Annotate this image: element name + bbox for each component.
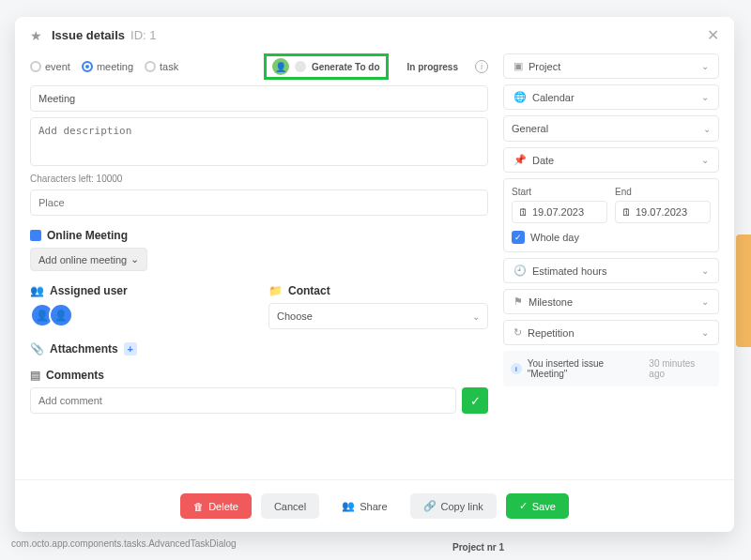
assigned-user-label: Assigned user (50, 284, 128, 297)
estimated-label: Estimated hours (532, 265, 606, 277)
issue-title-input[interactable] (30, 85, 488, 112)
calendar-label: Calendar (532, 92, 575, 103)
share-icon: 👥 (342, 500, 355, 512)
online-meeting-label: Online Meeting (47, 229, 128, 242)
add-attachment-button[interactable]: + (124, 342, 137, 356)
save-button[interactable]: ✓ Save (506, 493, 569, 519)
folder-icon: 📁 (268, 284, 283, 297)
end-date-input[interactable]: 🗓 19.07.2023 (615, 201, 711, 223)
share-button[interactable]: 👥 Share (329, 493, 400, 519)
copy-label: Copy link (441, 501, 483, 512)
calendar-icon: 🗓 (621, 206, 632, 218)
radio-icon (145, 61, 156, 72)
type-event[interactable]: event (30, 61, 70, 72)
save-label: Save (532, 501, 556, 512)
chevron-down-icon: ⌄ (701, 61, 709, 71)
clock-icon: 🕘 (513, 265, 527, 277)
date-label: Date (532, 155, 554, 166)
trash-icon: 🗑 (193, 501, 204, 512)
end-date-value: 19.07.2023 (636, 206, 687, 218)
chevron-down-icon: ⌄ (701, 296, 709, 307)
date-panel: Start 🗓 19.07.2023 End 🗓 19.07.2023 (503, 178, 719, 252)
pin-icon: 📌 (513, 154, 527, 166)
whole-day-checkbox[interactable]: ✓ (512, 231, 525, 244)
user-icon: 👥 (30, 284, 44, 297)
status-label[interactable]: In progress (407, 62, 458, 72)
generate-todo-label[interactable]: Generate To do (312, 62, 380, 72)
radio-icon (82, 61, 93, 72)
issue-type-row: event meeting task 👤 Generate To do In p… (30, 53, 488, 80)
info-icon[interactable]: i (475, 60, 488, 73)
comment-icon: ▤ (30, 369, 40, 382)
estimated-accordion[interactable]: 🕘Estimated hours ⌄ (503, 258, 719, 283)
activity-entry: i You inserted issue "Meeting" 30 minute… (503, 351, 719, 386)
generate-toggle-icon[interactable] (295, 61, 306, 72)
date-accordion[interactable]: 📌Date ⌄ (503, 147, 719, 173)
delete-button[interactable]: 🗑 Delete (180, 493, 252, 519)
delete-label: Delete (208, 501, 238, 512)
modal-header: ★ Issue details ID: 1 ✕ (15, 17, 734, 53)
contact-select-value: Choose (277, 310, 313, 322)
calendar-select-value: General (512, 123, 548, 134)
repetition-label: Repetition (528, 327, 575, 339)
assigned-user-title: 👥 Assigned user (30, 284, 250, 297)
contact-label: Contact (288, 284, 330, 297)
bot-avatar-icon: 👤 (272, 58, 289, 75)
contact-title: 📁 Contact (268, 284, 488, 297)
comment-input[interactable] (30, 387, 456, 414)
chevron-down-icon: ⌄ (130, 253, 139, 265)
project-accordion[interactable]: ▣Project ⌄ (503, 53, 719, 79)
calendar-select[interactable]: General ⌄ (503, 115, 719, 142)
generate-todo-highlight: 👤 Generate To do (264, 53, 389, 80)
background-project-title: Project nr 1 (452, 542, 504, 552)
type-meeting[interactable]: meeting (82, 61, 133, 72)
link-icon: 🔗 (423, 500, 437, 512)
background-avatar (736, 235, 751, 347)
project-icon: ▣ (513, 60, 523, 72)
milestone-accordion[interactable]: ⚑Milestone ⌄ (503, 289, 719, 314)
type-meeting-label: meeting (97, 61, 133, 72)
cancel-button[interactable]: Cancel (261, 493, 319, 519)
video-icon (30, 230, 41, 241)
comment-submit-button[interactable]: ✓ (462, 387, 488, 414)
paperclip-icon: 📎 (30, 342, 44, 356)
milestone-label: Milestone (529, 296, 573, 308)
activity-text: You inserted issue "Meeting" (528, 358, 644, 379)
calendar-accordion[interactable]: 🌐Calendar ⌄ (503, 84, 719, 110)
share-label: Share (360, 501, 387, 512)
place-input[interactable] (30, 189, 488, 216)
modal-title: Issue details (52, 28, 125, 42)
modal-footer: 🗑 Delete Cancel 👥 Share 🔗 Copy link ✓ Sa… (15, 479, 734, 532)
repetition-accordion[interactable]: ↻Repetition ⌄ (503, 320, 719, 345)
close-button[interactable]: ✕ (707, 26, 719, 44)
issue-id: ID: 1 (130, 28, 156, 42)
start-date-input[interactable]: 🗓 19.07.2023 (512, 201, 607, 223)
chevron-down-icon: ⌄ (701, 155, 709, 165)
cancel-label: Cancel (274, 501, 306, 512)
radio-icon (30, 61, 41, 72)
type-event-label: event (45, 61, 70, 72)
online-meeting-title: Online Meeting (30, 229, 488, 242)
contact-select[interactable]: Choose ⌄ (268, 303, 488, 329)
debug-classpath: com.octo.app.components.tasks.AdvancedTa… (11, 538, 237, 549)
attachments-label: Attachments (50, 342, 118, 356)
calendar-icon: 🌐 (513, 91, 527, 103)
start-date-value: 19.07.2023 (532, 206, 584, 218)
end-date-label: End (615, 187, 711, 197)
info-icon: i (511, 363, 522, 374)
star-icon[interactable]: ★ (30, 28, 42, 43)
add-online-meeting-button[interactable]: Add online meeting ⌄ (30, 248, 147, 271)
copy-link-button[interactable]: 🔗 Copy link (410, 493, 497, 519)
check-icon: ✓ (519, 500, 528, 512)
chevron-down-icon: ⌄ (701, 327, 709, 338)
characters-left: Characters left: 10000 (30, 174, 488, 184)
avatar[interactable]: 👤 (49, 303, 73, 327)
attachments-title: 📎 Attachments + (30, 342, 488, 356)
flag-icon: ⚑ (513, 295, 523, 308)
whole-day-label: Whole day (530, 232, 579, 243)
type-task[interactable]: task (145, 61, 178, 72)
description-textarea[interactable] (30, 117, 488, 166)
chevron-down-icon: ⌄ (701, 265, 709, 276)
activity-time: 30 minutes ago (649, 358, 712, 379)
issue-modal: ★ Issue details ID: 1 ✕ event meeting ta… (15, 17, 734, 532)
